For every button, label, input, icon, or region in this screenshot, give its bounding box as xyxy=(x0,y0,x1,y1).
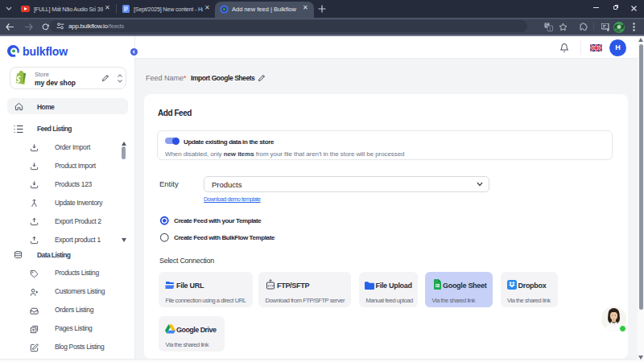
svg-text:FTP: FTP xyxy=(268,284,275,288)
svg-text:文: 文 xyxy=(549,27,552,31)
